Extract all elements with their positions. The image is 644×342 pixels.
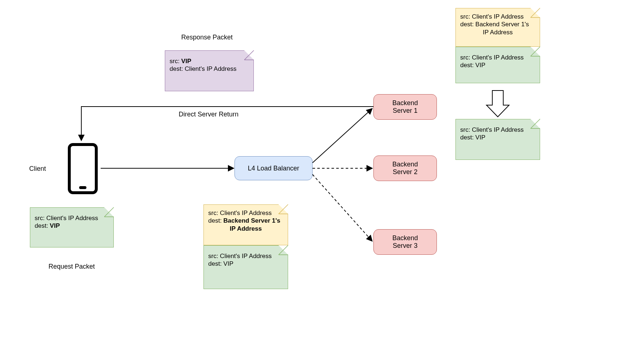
note-server-inner-packet: src: Client's IP Address dest: VIP xyxy=(455,47,540,83)
note-text: dest: VIP xyxy=(460,61,535,69)
request-packet-title: Request Packet xyxy=(49,263,95,270)
backend-server-3-node: Backend Server 3 xyxy=(373,229,437,255)
note-decapsulated-packet: src: Client's IP Address dest: VIP xyxy=(455,119,540,160)
client-label: Client xyxy=(29,165,46,173)
note-text: VIP xyxy=(181,58,191,65)
node-label: Backend Server 3 xyxy=(392,234,418,250)
note-text: dest: Client's IP Address xyxy=(170,65,249,73)
backend-server-1-node: Backend Server 1 xyxy=(373,94,437,120)
note-text: src: Client's IP Address xyxy=(460,13,535,20)
note-text: dest: xyxy=(208,217,224,224)
note-text: Backend Server 1's xyxy=(224,217,280,224)
response-packet-title: Response Packet xyxy=(181,34,233,41)
note-response-packet: src: VIP dest: Client's IP Address xyxy=(165,50,254,91)
note-text: dest: xyxy=(35,222,50,229)
note-server-outer-packet: src: Client's IP Address dest: Backend S… xyxy=(455,8,540,47)
node-label: L4 Load Balancer xyxy=(248,165,299,172)
note-text: VIP xyxy=(50,222,60,229)
note-text: src: Client's IP Address xyxy=(208,252,283,260)
note-text: IP Address xyxy=(208,225,283,233)
decapsulation-arrow-icon xyxy=(486,91,509,117)
node-label: Backend Server 2 xyxy=(392,161,418,176)
note-text: src: Client's IP Address xyxy=(35,214,109,222)
backend-server-2-node: Backend Server 2 xyxy=(373,155,437,181)
note-text: src: Client's IP Address xyxy=(208,209,283,217)
client-device-icon xyxy=(68,143,98,194)
note-text: src: Client's IP Address xyxy=(460,126,535,134)
node-label: Backend Server 1 xyxy=(392,99,418,115)
note-text: dest: VIP xyxy=(208,260,283,268)
note-text: dest: Backend Server 1's xyxy=(460,20,535,28)
note-text: src: xyxy=(170,58,181,65)
note-lb-outer-packet: src: Client's IP Address dest: Backend S… xyxy=(203,204,288,245)
note-text: IP Address xyxy=(460,28,535,36)
note-lb-inner-packet: src: Client's IP Address dest: VIP xyxy=(203,245,288,289)
note-request-packet: src: Client's IP Address dest: VIP xyxy=(30,207,114,247)
direct-server-return-label: Direct Server Return xyxy=(179,111,238,118)
note-text: src: Client's IP Address xyxy=(460,54,535,61)
note-text: dest: VIP xyxy=(460,134,535,141)
l4-load-balancer-node: L4 Load Balancer xyxy=(234,156,313,180)
